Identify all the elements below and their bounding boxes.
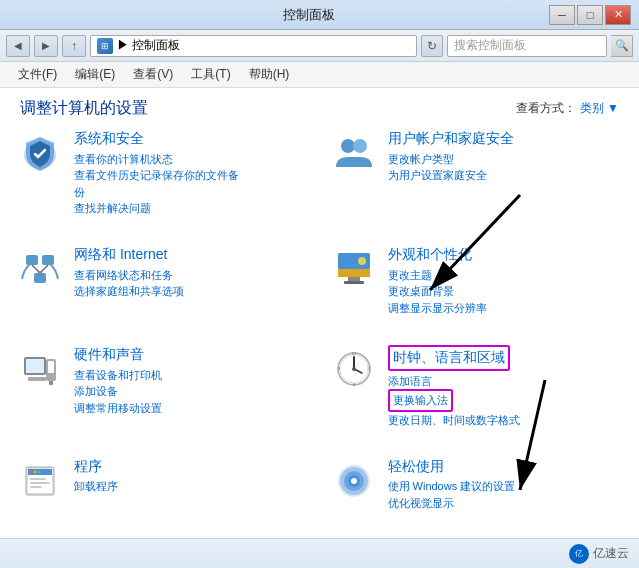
appearance-text: 外观和个性化 更改主题 更改桌面背景 调整显示显示分辨率 xyxy=(388,245,624,316)
svg-point-1 xyxy=(341,139,355,153)
up-button[interactable]: ↑ xyxy=(62,35,86,57)
network-icon xyxy=(16,245,64,293)
programs-icon xyxy=(16,457,64,505)
hardware-desc: 查看设备和打印机 添加设备 调整常用移动设置 xyxy=(74,367,310,417)
menu-help[interactable]: 帮助(H) xyxy=(241,64,298,85)
view-label: 查看方式： xyxy=(516,100,576,117)
address-bar[interactable]: ⊞ ▶ 控制面板 xyxy=(90,35,417,57)
svg-rect-16 xyxy=(26,359,44,373)
search-placeholder: 搜索控制面板 xyxy=(454,37,526,54)
programs-title[interactable]: 程序 xyxy=(74,457,310,477)
hardware-title[interactable]: 硬件和声音 xyxy=(74,345,310,365)
ease-link-2[interactable]: 优化视觉显示 xyxy=(388,495,624,512)
back-button[interactable]: ◀ xyxy=(6,35,30,57)
search-button[interactable]: 🔍 xyxy=(611,35,633,57)
forward-button[interactable]: ▶ xyxy=(34,35,58,57)
clock-link-3[interactable]: 更改日期、时间或数字格式 xyxy=(388,412,624,429)
status-bar: 亿 亿速云 xyxy=(0,538,639,568)
svg-rect-3 xyxy=(26,255,38,265)
svg-point-25 xyxy=(352,367,356,371)
appearance-desc: 更改主题 更改桌面背景 调整显示显示分辨率 xyxy=(388,267,624,317)
category-system-security: 系统和安全 查看你的计算机状态 查看文件历史记录保存你的文件备份 查找并解决问题 xyxy=(16,129,310,233)
network-link-2[interactable]: 选择家庭组和共享选项 xyxy=(74,283,310,300)
svg-rect-13 xyxy=(344,281,364,284)
menu-view[interactable]: 查看(V) xyxy=(125,64,181,85)
window-title: 控制面板 xyxy=(68,6,549,24)
hardware-link-3[interactable]: 调整常用移动设置 xyxy=(74,400,310,417)
minimize-button[interactable]: ─ xyxy=(549,5,575,25)
svg-rect-12 xyxy=(348,277,360,281)
programs-link-1[interactable]: 卸载程序 xyxy=(74,478,310,495)
nav-bar: ◀ ▶ ↑ ⊞ ▶ 控制面板 ↻ 搜索控制面板 🔍 xyxy=(0,30,639,62)
watermark-text: 亿速云 xyxy=(593,545,629,562)
appearance-link-3[interactable]: 调整显示显示分辨率 xyxy=(388,300,624,317)
address-home-icon: ⊞ xyxy=(97,38,113,54)
close-button[interactable]: ✕ xyxy=(605,5,631,25)
svg-rect-20 xyxy=(28,377,46,381)
system-security-link-1[interactable]: 查看你的计算机状态 xyxy=(74,151,310,168)
svg-rect-19 xyxy=(49,381,53,385)
ease-title[interactable]: 轻松使用 xyxy=(388,457,624,477)
svg-rect-36 xyxy=(30,478,46,480)
system-security-link-2[interactable]: 查看文件历史记录保存你的文件备份 xyxy=(74,167,310,200)
menu-edit[interactable]: 编辑(E) xyxy=(67,64,123,85)
system-security-title[interactable]: 系统和安全 xyxy=(74,129,310,149)
title-bar: 控制面板 ─ □ ✕ xyxy=(0,0,639,30)
appearance-link-1[interactable]: 更改主题 xyxy=(388,267,624,284)
ease-icon xyxy=(330,457,378,505)
category-ease: 轻松使用 使用 Windows 建议的设置 优化视觉显示 xyxy=(330,457,624,528)
svg-rect-37 xyxy=(30,482,50,484)
svg-point-2 xyxy=(353,139,367,153)
address-path: ▶ 控制面板 xyxy=(117,37,180,54)
svg-rect-38 xyxy=(30,486,42,488)
ease-desc: 使用 Windows 建议的设置 优化视觉显示 xyxy=(388,478,624,511)
network-title[interactable]: 网络和 Internet xyxy=(74,245,310,265)
category-hardware: 硬件和声音 查看设备和打印机 添加设备 调整常用移动设置 xyxy=(16,345,310,445)
svg-rect-18 xyxy=(48,361,54,373)
menu-tools[interactable]: 工具(T) xyxy=(183,64,238,85)
page-title: 调整计算机的设置 xyxy=(20,98,148,119)
appearance-title[interactable]: 外观和个性化 xyxy=(388,245,624,265)
appearance-link-2[interactable]: 更改桌面背景 xyxy=(388,283,624,300)
category-clock: 12 3 6 9 时钟、语言和区域 添加语言 更换输入法 更改日期、时间或数字格… xyxy=(330,345,624,445)
user-accounts-link-2[interactable]: 为用户设置家庭安全 xyxy=(388,167,624,184)
watermark: 亿 亿速云 xyxy=(569,544,629,564)
system-security-link-3[interactable]: 查找并解决问题 xyxy=(74,200,310,217)
user-accounts-title[interactable]: 用户帐户和家庭安全 xyxy=(388,129,624,149)
programs-text: 程序 卸载程序 xyxy=(74,457,310,495)
network-text: 网络和 Internet 查看网络状态和任务 选择家庭组和共享选项 xyxy=(74,245,310,300)
clock-text: 时钟、语言和区域 添加语言 更换输入法 更改日期、时间或数字格式 xyxy=(388,345,624,428)
category-grid: 系统和安全 查看你的计算机状态 查看文件历史记录保存你的文件备份 查找并解决问题 xyxy=(0,125,639,538)
network-desc: 查看网络状态和任务 选择家庭组和共享选项 xyxy=(74,267,310,300)
svg-rect-4 xyxy=(42,255,54,265)
clock-icon: 12 3 6 9 xyxy=(330,345,378,393)
view-selector: 查看方式： 类别 ▼ xyxy=(516,100,619,117)
clock-desc: 添加语言 更换输入法 更改日期、时间或数字格式 xyxy=(388,373,624,429)
user-accounts-text: 用户帐户和家庭安全 更改帐户类型 为用户设置家庭安全 xyxy=(388,129,624,184)
refresh-button[interactable]: ↻ xyxy=(421,35,443,57)
network-link-1[interactable]: 查看网络状态和任务 xyxy=(74,267,310,284)
view-value[interactable]: 类别 ▼ xyxy=(580,100,619,117)
svg-point-8 xyxy=(38,271,42,275)
clock-link-2[interactable]: 更换输入法 xyxy=(388,389,453,412)
svg-text:12: 12 xyxy=(351,351,356,356)
category-network: 网络和 Internet 查看网络状态和任务 选择家庭组和共享选项 xyxy=(16,245,310,333)
svg-point-34 xyxy=(34,470,37,473)
category-user-accounts: 用户帐户和家庭安全 更改帐户类型 为用户设置家庭安全 xyxy=(330,129,624,233)
clock-link-1[interactable]: 添加语言 xyxy=(388,373,624,390)
maximize-button[interactable]: □ xyxy=(577,5,603,25)
hardware-link-2[interactable]: 添加设备 xyxy=(74,383,310,400)
svg-point-33 xyxy=(30,470,33,473)
ease-link-1[interactable]: 使用 Windows 建议的设置 xyxy=(388,478,624,495)
system-security-icon xyxy=(16,129,64,177)
user-accounts-link-1[interactable]: 更改帐户类型 xyxy=(388,151,624,168)
menu-file[interactable]: 文件(F) xyxy=(10,64,65,85)
content-header: 调整计算机的设置 查看方式： 类别 ▼ xyxy=(0,88,639,125)
category-appearance: 外观和个性化 更改主题 更改桌面背景 调整显示显示分辨率 xyxy=(330,245,624,333)
clock-title[interactable]: 时钟、语言和区域 xyxy=(388,345,624,371)
svg-point-43 xyxy=(351,478,357,484)
system-security-text: 系统和安全 查看你的计算机状态 查看文件历史记录保存你的文件备份 查找并解决问题 xyxy=(74,129,310,217)
appearance-icon xyxy=(330,245,378,293)
search-bar[interactable]: 搜索控制面板 xyxy=(447,35,607,57)
hardware-link-1[interactable]: 查看设备和打印机 xyxy=(74,367,310,384)
